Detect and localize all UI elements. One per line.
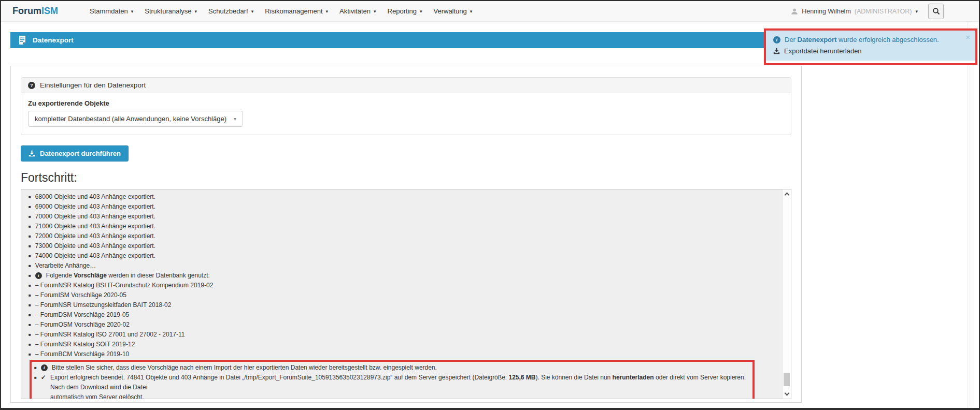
square-bullet-icon: ■ (34, 363, 37, 373)
log-line-text: – ForumNSR Katalog ISO 27001 und 27002 -… (35, 330, 775, 340)
log-scrollbar[interactable] (782, 189, 791, 399)
page-title: Datenexport (33, 36, 74, 44)
chevron-down-icon: ▾ (915, 9, 918, 14)
run-export-button[interactable]: Datenexport durchführen (21, 145, 129, 162)
square-bullet-icon: ■ (29, 271, 31, 281)
square-bullet-icon: ■ (29, 261, 31, 271)
navbar-right-group: Henning Wilhelm (ADMINISTRATOR) ▾ (791, 4, 944, 19)
log-line-text: 71000 Objekte und 403 Anhänge exportiert… (35, 222, 775, 231)
log-line: ■✓Export erfolgreich beendet. 74841 Obje… (34, 373, 750, 399)
nav-item-reporting[interactable]: Reporting▾ (382, 4, 428, 18)
nav-item-schutzbedarf[interactable]: Schutzbedarf▾ (203, 4, 259, 18)
check-icon: ✓ (41, 373, 46, 383)
log-line-text: – ForumBCM Vorschläge 2019-10 (35, 349, 775, 359)
square-bullet-icon: ■ (29, 330, 31, 340)
log-line-text: Bitte stellen Sie sicher, dass diese Vor… (52, 363, 750, 373)
log-line-text: – ForumDSM Vorschläge 2019-05 (35, 310, 775, 320)
nav-item-verwaltung[interactable]: Verwaltung▾ (428, 4, 478, 18)
log-line-text: – ForumNSR Umsetzungsleitfaden BAIT 2018… (35, 300, 775, 310)
nav-item-stammdaten[interactable]: Stammdaten▾ (84, 4, 139, 18)
brand-part-primary: Forum (12, 6, 41, 16)
nav-item-label: Aktivitäten (339, 7, 371, 15)
export-settings-title: Einstellungen für den Datenexport (40, 81, 146, 89)
log-line: ■Verarbeite Anhänge… (29, 261, 775, 271)
square-bullet-icon: ■ (29, 192, 31, 202)
user-name: Henning Wilhelm (802, 8, 850, 15)
nav-item-aktivitäten[interactable]: Aktivitäten▾ (334, 4, 382, 18)
log-line: ■72000 Objekte und 403 Anhänge exportier… (29, 231, 775, 241)
export-objects-label: Zu exportierende Objekte (28, 99, 784, 107)
scrollbar-thumb[interactable] (784, 373, 790, 386)
square-bullet-icon: ■ (29, 349, 31, 359)
user-icon (791, 8, 798, 15)
search-button[interactable] (928, 4, 944, 19)
log-line: ■68000 Objekte und 403 Anhänge exportier… (29, 192, 775, 202)
progress-heading: Fortschritt: (21, 171, 791, 185)
help-icon: ? (28, 82, 35, 89)
chevron-down-icon: ▾ (234, 116, 236, 122)
log-line-text: – ForumNSR Katalog SOIT 2019-12 (35, 340, 775, 349)
square-bullet-icon: ■ (29, 300, 31, 310)
notification-download-link[interactable]: Exportdatei herunterladen (773, 47, 968, 55)
square-bullet-icon: ■ (29, 340, 31, 349)
download-link-label: Exportdatei herunterladen (784, 47, 862, 55)
square-bullet-icon: ■ (29, 251, 31, 261)
nav-item-label: Schutzbedarf (208, 7, 248, 15)
log-line-text: 69000 Objekte und 403 Anhänge exportiert… (35, 202, 775, 212)
square-bullet-icon: ■ (29, 310, 31, 320)
chevron-down-icon: ▾ (251, 9, 254, 14)
nav-menu: Stammdaten▾Strukturanalyse▾Schutzbedarf▾… (84, 4, 478, 18)
search-icon (932, 7, 940, 15)
download-icon (29, 150, 35, 157)
export-settings-panel: ? Einstellungen für den Datenexport Zu e… (21, 77, 791, 135)
log-line: ■iFolgende Vorschläge werden in dieser D… (29, 271, 775, 281)
nav-item-strukturanalyse[interactable]: Strukturanalyse▾ (139, 4, 203, 18)
log-line-text: Verarbeite Anhänge… (35, 261, 775, 271)
run-export-button-label: Datenexport durchführen (40, 150, 121, 157)
export-settings-header: ? Einstellungen für den Datenexport (21, 78, 791, 93)
scroll-up-icon[interactable] (784, 193, 789, 198)
notification-text: Der Datenexport wurde erfolgreich abgesc… (785, 36, 939, 43)
square-bullet-icon: ■ (29, 212, 31, 222)
log-line-text: Export erfolgreich beendet. 74841 Objekt… (50, 373, 750, 399)
user-role: (ADMINISTRATOR) (855, 8, 912, 15)
log-line: ■– ForumNSR Umsetzungsleitfaden BAIT 201… (29, 300, 775, 310)
brand-logo[interactable]: ForumISM (12, 6, 58, 17)
notification-toast: i Der Datenexport wurde erfolgreich abge… (766, 31, 975, 61)
brand-part-secondary: ISM (41, 6, 58, 16)
square-bullet-icon: ■ (29, 320, 31, 330)
main-panel: ? Einstellungen für den Datenexport Zu e… (10, 66, 802, 403)
info-icon: i (773, 36, 780, 43)
progress-log: ■68000 Objekte und 403 Anhänge exportier… (21, 189, 791, 399)
export-objects-select[interactable]: kompletter Datenbestand (alle Anwendunge… (28, 111, 243, 127)
log-line-text: Folgende Vorschläge werden in dieser Dat… (46, 271, 775, 281)
log-line-text: – ForumOSM Vorschläge 2020-02 (35, 320, 775, 330)
top-navbar: ForumISM Stammdaten▾Strukturanalyse▾Schu… (1, 1, 979, 22)
nav-item-label: Strukturanalyse (145, 7, 191, 15)
square-bullet-icon: ■ (29, 222, 31, 231)
log-line-text: 70000 Objekte und 403 Anhänge exportiert… (35, 212, 775, 222)
log-line-text: 72000 Objekte und 403 Anhänge exportiert… (35, 231, 775, 241)
log-line-text: – ForumNSR Katalog BSI IT-Grundschutz Ko… (35, 281, 775, 290)
log-line: ■– ForumDSM Vorschläge 2019-05 (29, 310, 775, 320)
nav-item-risikomanagement[interactable]: Risikomanagement▾ (259, 4, 334, 18)
square-bullet-icon: ■ (29, 231, 31, 241)
user-menu[interactable]: Henning Wilhelm (ADMINISTRATOR) ▾ (791, 8, 918, 15)
log-line: ■– ForumNSR Katalog BSI IT-Grundschutz K… (29, 281, 775, 290)
page-scrollbar[interactable] (968, 22, 973, 408)
log-line: ■– ForumISM Vorschläge 2020-05 (29, 290, 775, 300)
square-bullet-icon: ■ (29, 202, 31, 212)
square-bullet-icon: ■ (29, 241, 31, 251)
chevron-down-icon: ▾ (470, 9, 473, 14)
close-icon[interactable]: × (965, 33, 970, 41)
square-bullet-icon: ■ (29, 290, 31, 300)
chevron-down-icon: ▾ (374, 9, 376, 14)
scroll-down-icon[interactable] (784, 391, 789, 396)
log-line: ■– ForumBCM Vorschläge 2019-10 (29, 349, 775, 359)
chevron-down-icon: ▾ (131, 9, 134, 14)
selected-option-label: kompletter Datenbestand (alle Anwendunge… (35, 115, 226, 123)
notification-annotation-box: i Der Datenexport wurde erfolgreich abge… (764, 28, 977, 65)
chevron-down-icon: ▾ (326, 9, 329, 14)
log-line: ■69000 Objekte und 403 Anhänge exportier… (29, 202, 775, 212)
log-line: ■74000 Objekte und 403 Anhänge exportier… (29, 251, 775, 261)
